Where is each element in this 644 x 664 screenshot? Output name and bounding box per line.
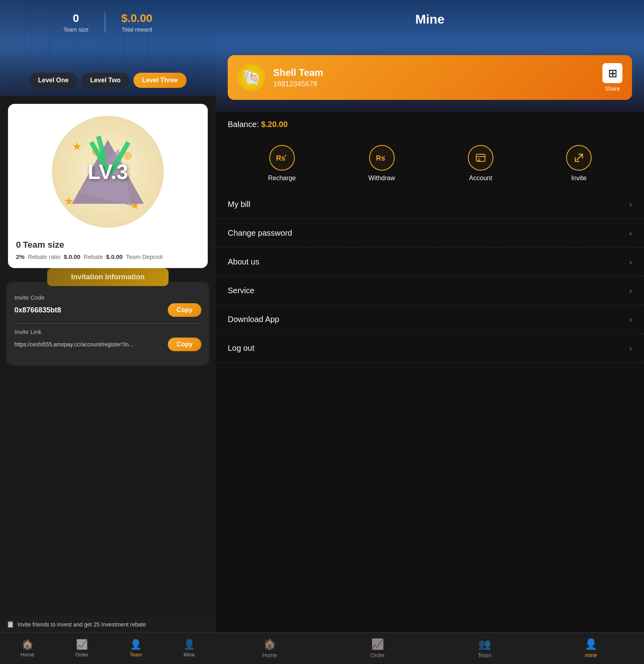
right-nav-home[interactable]: 🏠 Home: [254, 635, 285, 662]
mine-title: Mine: [216, 12, 644, 27]
withdraw-action[interactable]: Rs - Withdraw: [368, 145, 395, 182]
right-order-icon: 📈: [371, 638, 384, 650]
rebate-ratio-label: Rebate ratio: [28, 253, 61, 260]
withdraw-icon: Rs -: [369, 145, 395, 171]
menu-my-bill[interactable]: My bill ›: [216, 190, 644, 219]
invitation-header: Invitation Information: [47, 268, 169, 286]
avatar: 🐚: [237, 64, 265, 91]
triangle-wrap: LV.3: [64, 132, 152, 212]
menu-about-us[interactable]: About us ›: [216, 248, 644, 276]
invite-link-label: Invite Link: [14, 328, 201, 335]
account-action[interactable]: Account: [468, 145, 493, 182]
team-size-label: Team size: [64, 26, 89, 33]
right-panel: Mine 🐚 Shell Team 18812345678 ⊞ Share: [216, 0, 644, 664]
profile-phone: 18812345678: [273, 80, 323, 88]
rebate-label: Rebate: [83, 253, 103, 260]
right-mine-label: mine: [585, 652, 597, 658]
level-one-tab[interactable]: Level One: [29, 73, 77, 88]
rebate-ratio: 2%: [16, 253, 25, 260]
level-two-tab[interactable]: Level Two: [81, 73, 129, 88]
lv-text: LV.3: [87, 160, 128, 184]
account-icon: [468, 145, 493, 171]
invite-action[interactable]: Invite: [566, 145, 592, 182]
action-icons-row: Rs + Recharge Rs - Withdraw: [216, 137, 644, 190]
menu-service[interactable]: Service ›: [216, 276, 644, 305]
nav-team[interactable]: 👤 Team: [123, 636, 149, 661]
service-label: Service: [228, 286, 254, 295]
order-label: Order: [76, 652, 89, 658]
nav-home[interactable]: 🏠 Home: [14, 636, 41, 661]
right-mine-icon: 👤: [584, 638, 597, 650]
right-bottom-nav: 🏠 Home 📈 Order 👥 Team 👤 mine: [216, 632, 644, 664]
svg-text:+: +: [284, 153, 287, 159]
right-nav-mine[interactable]: 👤 mine: [576, 635, 605, 662]
svg-text:-: -: [384, 153, 386, 159]
invite-link-row: https:/ceshi555.amspay.cc/account/regist…: [14, 338, 201, 351]
menu-change-password[interactable]: Change password ›: [216, 219, 644, 248]
profile-name: Shell Team: [273, 67, 323, 78]
invite-icon: [566, 145, 592, 171]
download-app-chevron: ›: [629, 315, 632, 324]
right-header-bg: Mine 🐚 Shell Team 18812345678 ⊞ Share: [216, 0, 644, 112]
level-tabs: Level One Level Two Level Three: [0, 73, 216, 88]
total-reward-label: Total reward: [121, 26, 152, 33]
lv-badge: ★ ★ ★ LV.3: [52, 116, 164, 228]
invite-link-field: Invite Link https:/ceshi555.amspay.cc/ac…: [14, 328, 201, 351]
order-icon: 📈: [76, 639, 88, 650]
right-team-label: Team: [478, 652, 491, 658]
home-icon: 🏠: [22, 639, 34, 650]
total-reward-value: $.0.00: [121, 12, 153, 25]
profile-left: 🐚 Shell Team 18812345678: [237, 64, 323, 91]
right-order-label: Order: [370, 652, 385, 658]
nav-order[interactable]: 📈 Order: [69, 636, 95, 661]
deposit-label: Team Deposit: [126, 253, 163, 260]
right-nav-team[interactable]: 👥 Team: [470, 635, 499, 662]
withdraw-label: Withdraw: [368, 175, 395, 182]
recharge-icon: Rs +: [269, 145, 295, 171]
recharge-action[interactable]: Rs + Recharge: [268, 145, 296, 182]
copy-code-button[interactable]: Copy: [168, 303, 201, 317]
team-size-value: 0: [73, 12, 79, 25]
card-ratios: 2% Rebate ratio $.0.00 Rebate $.0.00 Tea…: [16, 253, 200, 260]
recharge-label: Recharge: [268, 175, 296, 182]
copy-link-button[interactable]: Copy: [168, 338, 201, 351]
card-team-size: 0 Team size: [16, 240, 200, 250]
card-stats: 0 Team size 2% Rebate ratio $.0.00 Rebat…: [16, 240, 200, 260]
change-password-label: Change password: [228, 229, 292, 238]
divider: [14, 323, 201, 324]
invitation-section: Invitation Information Invite Code 0x876…: [6, 268, 209, 366]
invite-code-field: Invite Code 0x8766835bt8 Copy: [14, 294, 201, 317]
my-bill-label: My bill: [228, 200, 250, 209]
team-label: Team: [129, 652, 142, 658]
rebate-value: $.0.00: [64, 253, 80, 260]
right-nav-order[interactable]: 📈 Order: [362, 635, 393, 662]
right-home-icon: 🏠: [263, 638, 276, 650]
avatar-emoji: 🐚: [242, 69, 260, 86]
log-out-label: Log out: [228, 344, 254, 353]
card-team-size-value: 0: [16, 240, 21, 250]
nav-mine[interactable]: 👤 Mine: [177, 636, 202, 661]
log-out-chevron: ›: [629, 344, 632, 353]
menu-list: My bill › Change password › About us › S…: [216, 190, 644, 664]
share-label: Share: [605, 85, 620, 92]
balance-row: Balance: $.20.00: [216, 112, 644, 137]
menu-log-out[interactable]: Log out ›: [216, 334, 644, 363]
left-bottom-nav: 🏠 Home 📈 Order 👤 Team 👤 Mine: [0, 632, 216, 664]
menu-download-app[interactable]: Download App ›: [216, 305, 644, 334]
account-label: Account: [469, 175, 492, 182]
svg-rect-4: [476, 154, 485, 161]
stats-row: 0 Team size $.0.00 Total reward: [0, 12, 216, 33]
card-team-size-label: Team size: [23, 240, 64, 250]
invite-link-value: https:/ceshi555.amspay.cc/account/regist…: [14, 341, 133, 348]
deposit-value: $.0.00: [106, 253, 123, 260]
banner-text: Invite friends to invest and get 25 Inve…: [18, 621, 146, 628]
team-size-stat: 0 Team size: [64, 12, 89, 33]
invite-code-row: 0x8766835bt8 Copy: [14, 303, 201, 317]
qr-share-block[interactable]: ⊞ Share: [602, 63, 622, 92]
change-password-chevron: ›: [629, 229, 632, 238]
invitation-body: Invite Code 0x8766835bt8 Copy Invite Lin…: [6, 282, 209, 366]
download-app-label: Download App: [228, 315, 279, 324]
about-us-label: About us: [228, 257, 259, 266]
banner-icon: 📋: [6, 620, 14, 628]
level-three-tab[interactable]: Level Three: [133, 73, 187, 88]
